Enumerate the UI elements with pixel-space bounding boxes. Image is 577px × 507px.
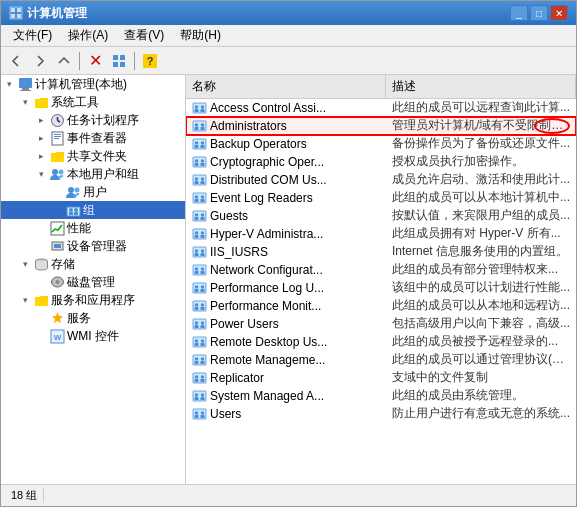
table-row[interactable]: Hyper-V Administra... 此组成员拥有对 Hyper-V 所有… bbox=[186, 225, 576, 243]
tree-expander[interactable]: ▾ bbox=[17, 94, 33, 110]
svg-rect-13 bbox=[20, 90, 31, 91]
cell-desc: 此组的成员可以远程查询此计算... bbox=[386, 99, 576, 117]
svg-point-85 bbox=[201, 267, 205, 271]
cell-name: Users bbox=[186, 405, 386, 422]
table-row[interactable]: Replicator 支域中的文件复制 bbox=[186, 369, 576, 387]
table-row[interactable]: Remote Manageme... 此组的成员可以通过管理协议(例... bbox=[186, 351, 576, 369]
table-row[interactable]: Performance Monit... 此组的成员可以从本地和远程访... bbox=[186, 297, 576, 315]
svg-rect-12 bbox=[22, 88, 29, 90]
sidebar-item-services[interactable]: 服务 bbox=[1, 309, 185, 327]
svg-rect-81 bbox=[195, 253, 199, 256]
table-row[interactable]: Administrators 管理员对计算机/域有不受限制的... bbox=[186, 117, 576, 135]
svg-point-74 bbox=[195, 231, 199, 235]
svg-point-44 bbox=[195, 123, 199, 127]
svg-rect-56 bbox=[195, 163, 199, 166]
sidebar-item-system-tools[interactable]: ▾系统工具 bbox=[1, 93, 185, 111]
back-button[interactable] bbox=[5, 50, 27, 72]
group-name: IIS_IUSRS bbox=[210, 245, 268, 259]
cell-desc: 此组的成员被授予远程登录的... bbox=[386, 332, 576, 351]
tree-expander[interactable]: ▸ bbox=[33, 112, 49, 128]
sidebar-item-performance[interactable]: 性能 bbox=[1, 219, 185, 237]
table-row[interactable]: Users 防止用户进行有意或无意的系统... bbox=[186, 405, 576, 423]
cell-name: Guests bbox=[186, 207, 386, 224]
tree-expander[interactable]: ▾ bbox=[1, 76, 17, 92]
svg-point-22 bbox=[58, 169, 63, 174]
menu-action[interactable]: 操作(A) bbox=[60, 25, 116, 46]
table-row[interactable]: Power Users 包括高级用户以向下兼容，高级... bbox=[186, 315, 576, 333]
sidebar-item-shared-folders[interactable]: ▸共享文件夹 bbox=[1, 147, 185, 165]
tree-expander-empty bbox=[33, 328, 49, 344]
group-name: Hyper-V Administra... bbox=[210, 227, 323, 241]
tree-icon-disk bbox=[49, 274, 65, 290]
up-button[interactable] bbox=[53, 50, 75, 72]
tree-expander-empty bbox=[33, 238, 49, 254]
sidebar-item-disk-mgmt[interactable]: 磁盘管理 bbox=[1, 273, 185, 291]
menu-view[interactable]: 查看(V) bbox=[116, 25, 172, 46]
menu-file[interactable]: 文件(F) bbox=[5, 25, 60, 46]
tree-icon-users bbox=[49, 166, 65, 182]
table-row[interactable]: Access Control Assi... 此组的成员可以远程查询此计算... bbox=[186, 99, 576, 117]
delete-button[interactable]: ✕ bbox=[84, 50, 106, 72]
group-name: System Managed A... bbox=[210, 389, 324, 403]
forward-button[interactable] bbox=[29, 50, 51, 72]
sidebar-item-storage[interactable]: ▾存储 bbox=[1, 255, 185, 273]
sidebar-item-device-mgr[interactable]: 设备管理器 bbox=[1, 237, 185, 255]
svg-point-64 bbox=[195, 195, 199, 199]
sidebar-item-wmi[interactable]: WWMI 控件 bbox=[1, 327, 185, 345]
sidebar-item-groups[interactable]: 组 bbox=[1, 201, 185, 219]
svg-rect-76 bbox=[195, 235, 199, 238]
tree-expander[interactable]: ▾ bbox=[17, 256, 33, 272]
help-button[interactable]: ? bbox=[139, 50, 161, 72]
tree-expander[interactable]: ▾ bbox=[33, 166, 49, 182]
main-panel: 名称 描述 Access Control Assi... 此组的成员可以远程查询… bbox=[186, 75, 576, 484]
svg-point-60 bbox=[201, 177, 205, 181]
table-row[interactable]: Distributed COM Us... 成员允许启动、激活和使用此计... bbox=[186, 171, 576, 189]
svg-point-84 bbox=[195, 267, 199, 271]
svg-rect-41 bbox=[195, 109, 199, 112]
cell-desc: 此组的成员可以从本地和远程访... bbox=[386, 296, 576, 315]
table-row[interactable]: Network Configurat... 此组的成员有部分管理特权来... bbox=[186, 261, 576, 279]
svg-point-35 bbox=[55, 280, 59, 284]
table-row[interactable]: Cryptographic Oper... 授权成员执行加密操作。 bbox=[186, 153, 576, 171]
cell-desc: 此组的成员可以从本地计算机中... bbox=[386, 188, 576, 207]
table-row[interactable]: Backup Operators 备份操作员为了备份或还原文件... bbox=[186, 135, 576, 153]
sidebar-item-event-viewer[interactable]: ▸事件查看器 bbox=[1, 129, 185, 147]
sidebar-item-users[interactable]: 用户 bbox=[1, 183, 185, 201]
table-row[interactable]: System Managed A... 此组的成员由系统管理。 bbox=[186, 387, 576, 405]
maximize-button[interactable]: □ bbox=[530, 5, 548, 21]
svg-rect-51 bbox=[195, 145, 199, 148]
tree-expander[interactable]: ▾ bbox=[17, 292, 33, 308]
sidebar-item-local-users[interactable]: ▾本地用户和组 bbox=[1, 165, 185, 183]
toolbar-sep-1 bbox=[79, 52, 80, 70]
tree-icon-services bbox=[49, 310, 65, 326]
svg-rect-122 bbox=[201, 397, 205, 400]
table-row[interactable]: Remote Desktop Us... 此组的成员被授予远程登录的... bbox=[186, 333, 576, 351]
col-header-name[interactable]: 名称 bbox=[186, 75, 386, 98]
col-header-desc[interactable]: 描述 bbox=[386, 75, 576, 98]
close-button[interactable]: ✕ bbox=[550, 5, 568, 21]
tree-label: 存储 bbox=[51, 256, 75, 273]
menu-help[interactable]: 帮助(H) bbox=[172, 25, 229, 46]
tree-icon-device bbox=[49, 238, 65, 254]
minimize-button[interactable]: _ bbox=[510, 5, 528, 21]
table-row[interactable]: IIS_IUSRS Internet 信息服务使用的内置组。 bbox=[186, 243, 576, 261]
toolbar-sep-2 bbox=[134, 52, 135, 70]
toolbar: ✕ ? bbox=[1, 47, 576, 75]
svg-rect-19 bbox=[54, 136, 61, 137]
properties-button[interactable] bbox=[108, 50, 130, 72]
svg-rect-77 bbox=[201, 235, 205, 238]
main-window: 计算机管理 _ □ ✕ 文件(F) 操作(A) 查看(V) 帮助(H) ✕ bbox=[0, 0, 577, 507]
sidebar-item-task-scheduler[interactable]: ▸任务计划程序 bbox=[1, 111, 185, 129]
sidebar-item-services-apps[interactable]: ▾服务和应用程序 bbox=[1, 291, 185, 309]
tree-expander[interactable]: ▸ bbox=[33, 130, 49, 146]
svg-rect-29 bbox=[74, 212, 78, 215]
sidebar-item-computer-mgmt[interactable]: ▾计算机管理(本地) bbox=[1, 75, 185, 93]
table-row[interactable]: Guests 按默认值，来宾限用户组的成员... bbox=[186, 207, 576, 225]
table-row[interactable]: Event Log Readers 此组的成员可以从本地计算机中... bbox=[186, 189, 576, 207]
group-name: Backup Operators bbox=[210, 137, 307, 151]
svg-point-125 bbox=[201, 411, 205, 415]
group-name: Performance Monit... bbox=[210, 299, 321, 313]
tree-expander[interactable]: ▸ bbox=[33, 148, 49, 164]
cell-name: Replicator bbox=[186, 369, 386, 386]
table-row[interactable]: Performance Log U... 该组中的成员可以计划进行性能... bbox=[186, 279, 576, 297]
